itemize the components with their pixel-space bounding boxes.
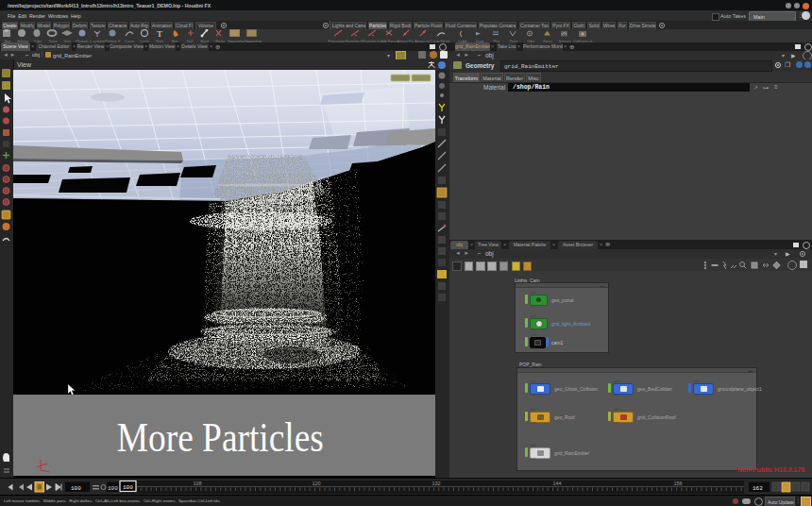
svg-text:120: 120: [312, 481, 320, 486]
svg-text:100: 100: [123, 484, 133, 491]
svg-text:108: 108: [193, 481, 201, 486]
svg-text:162: 162: [753, 485, 763, 492]
svg-text:156: 156: [673, 481, 682, 486]
svg-text:144: 144: [552, 481, 561, 486]
svg-text:132: 132: [431, 481, 440, 486]
svg-text:More Particles: More Particles: [117, 414, 324, 460]
svg-text:100: 100: [71, 485, 81, 492]
svg-text:100: 100: [108, 485, 118, 492]
